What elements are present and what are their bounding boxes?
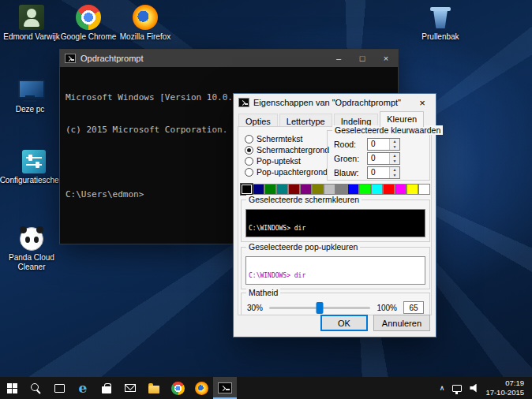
command-prompt-icon xyxy=(65,54,76,63)
task-view-button[interactable] xyxy=(47,377,71,399)
taskbar-chrome-button[interactable] xyxy=(166,377,189,399)
field-label: Groen: xyxy=(334,154,367,163)
opacity-value: 65 xyxy=(403,301,424,314)
radio-circle-icon xyxy=(245,135,253,144)
screen-colors-group: Geselecteerde schermkleuren C:\WINDOWS> … xyxy=(241,200,430,242)
spin-down-icon[interactable]: ▼ xyxy=(390,144,399,150)
spin-down-icon[interactable]: ▼ xyxy=(390,173,399,178)
task-view-icon xyxy=(54,384,65,393)
palette-swatch[interactable] xyxy=(300,184,312,195)
desktop-icon-prullenbak[interactable]: Prullenbak xyxy=(412,5,469,42)
stepper-value: 0 xyxy=(368,167,389,178)
tray-network-button[interactable] xyxy=(448,377,466,399)
group-title: Matheid xyxy=(246,288,280,297)
field-label: Rood: xyxy=(334,140,367,149)
system-tray: ∧ 07:19 17-10-2015 xyxy=(436,377,532,399)
desktop-icon-label: Google Chrome xyxy=(61,32,117,42)
taskbar: e ∧ 07:19 17 xyxy=(0,377,532,399)
desktop-icon-label: Edmond Varwijk xyxy=(3,32,60,42)
taskbar-mail-button[interactable] xyxy=(118,377,142,399)
red-value-stepper[interactable]: 0 ▲ ▼ xyxy=(367,138,400,151)
tab-kleuren[interactable]: Kleuren xyxy=(380,111,424,127)
palette-swatch[interactable] xyxy=(324,184,335,195)
radio-pop-upachtergrond[interactable]: Pop-upachtergrond xyxy=(245,167,328,177)
taskbar-firefox-button[interactable] xyxy=(189,377,213,399)
tab-opties[interactable]: Opties xyxy=(238,114,278,127)
palette-swatch[interactable] xyxy=(253,184,264,195)
palette-swatch[interactable] xyxy=(406,184,418,195)
radio-label: Pop-upachtergrond xyxy=(257,167,328,177)
tab-page-kleuren: Schermtekst Schermachtergrond Pop-upteks… xyxy=(238,126,432,315)
tray-chevron-up-icon[interactable]: ∧ xyxy=(436,377,449,399)
edge-icon: e xyxy=(79,382,88,395)
field-label: Blauw: xyxy=(334,168,367,177)
slider-thumb[interactable] xyxy=(317,302,324,314)
palette-swatch[interactable] xyxy=(264,184,276,195)
close-icon[interactable]: × xyxy=(374,50,398,67)
maximize-icon[interactable]: □ xyxy=(350,50,374,67)
radio-label: Schermtekst xyxy=(257,134,302,144)
opacity-max-label: 100% xyxy=(377,304,397,312)
close-icon[interactable]: × xyxy=(409,94,436,111)
terminal-titlebar[interactable]: Opdrachtprompt – □ × xyxy=(60,50,398,67)
network-icon xyxy=(452,385,462,392)
desktop-icon-label: Deze pc xyxy=(16,105,45,114)
user-account-icon xyxy=(19,5,44,30)
desktop-icon-deze-pc[interactable]: Deze pc xyxy=(2,79,58,114)
palette-swatch[interactable] xyxy=(335,184,347,195)
radio-schermachtergrond[interactable]: Schermachtergrond xyxy=(245,145,329,155)
palette-swatch[interactable] xyxy=(395,184,406,195)
palette-swatch[interactable] xyxy=(359,184,371,195)
radio-pop-uptekst[interactable]: Pop-uptekst xyxy=(245,156,301,166)
stepper-value: 0 xyxy=(368,139,389,150)
cancel-button[interactable]: Annuleren xyxy=(373,315,430,331)
taskbar-explorer-button[interactable] xyxy=(142,377,166,399)
desktop-icon-mozilla-firefox[interactable]: Mozilla Firefox xyxy=(117,5,174,42)
desktop-icon-google-chrome[interactable]: Google Chrome xyxy=(60,5,117,42)
taskbar-command-prompt-button[interactable] xyxy=(213,377,237,399)
spin-up-icon[interactable]: ▲ xyxy=(390,167,399,173)
terminal-title: Opdrachtprompt xyxy=(81,54,143,63)
ok-button[interactable]: OK xyxy=(320,315,368,331)
start-button[interactable] xyxy=(0,377,24,399)
desktop-icon-panda-cloud-cleaner[interactable]: Panda Cloud Cleaner xyxy=(3,227,60,271)
opacity-slider[interactable] xyxy=(269,307,370,309)
radio-label: Pop-uptekst xyxy=(257,156,301,166)
taskbar-search-button[interactable] xyxy=(24,377,47,399)
opacity-group: Matheid 30% 100% 65 xyxy=(241,293,430,315)
spin-up-icon[interactable]: ▲ xyxy=(390,153,399,158)
palette-swatch[interactable] xyxy=(371,184,383,195)
tab-lettertype[interactable]: Lettertype xyxy=(279,114,332,127)
desktop-icon-edmond-varwijk[interactable]: Edmond Varwijk xyxy=(3,5,60,42)
spin-down-icon[interactable]: ▼ xyxy=(390,158,399,164)
radio-label: Schermachtergrond xyxy=(257,145,329,155)
firefox-icon xyxy=(133,5,158,30)
color-value-row-green: Groen: 0 ▲ ▼ xyxy=(334,152,400,165)
firefox-icon xyxy=(195,382,208,395)
radio-schermtekst[interactable]: Schermtekst xyxy=(245,134,302,144)
palette-swatch[interactable] xyxy=(347,184,359,195)
control-panel-icon xyxy=(22,150,46,173)
color-values-group: Geselecteerde kleurwaarden Rood: 0 ▲ ▼ G… xyxy=(327,130,430,181)
minimize-icon[interactable]: – xyxy=(327,50,350,67)
palette-swatch[interactable] xyxy=(418,184,430,195)
palette-swatch[interactable] xyxy=(276,184,288,195)
store-icon xyxy=(102,386,111,393)
palette-swatch[interactable] xyxy=(288,184,300,195)
desktop-background: Edmond Varwijk Google Chrome Mozilla Fir… xyxy=(0,0,532,399)
taskbar-edge-button[interactable]: e xyxy=(71,377,95,399)
blue-value-stepper[interactable]: 0 ▲ ▼ xyxy=(367,166,400,179)
taskbar-store-button[interactable] xyxy=(95,377,118,399)
tray-volume-button[interactable] xyxy=(466,377,482,399)
palette-swatch[interactable] xyxy=(383,184,395,195)
desktop-icon-configuratiescherm[interactable]: Configuratiescherm xyxy=(0,150,68,185)
palette-swatch[interactable] xyxy=(241,184,253,195)
spin-up-icon[interactable]: ▲ xyxy=(390,139,399,144)
dialog-titlebar[interactable]: Eigenschappen van "Opdrachtprompt" × xyxy=(234,94,436,111)
taskbar-clock[interactable]: 07:19 17-10-2015 xyxy=(482,378,527,397)
preview-line: C:\WINDOWS> dir xyxy=(249,272,422,279)
chrome-icon xyxy=(171,382,185,395)
palette-swatch[interactable] xyxy=(312,184,324,195)
green-value-stepper[interactable]: 0 ▲ ▼ xyxy=(367,152,400,165)
folder-icon xyxy=(148,386,159,393)
